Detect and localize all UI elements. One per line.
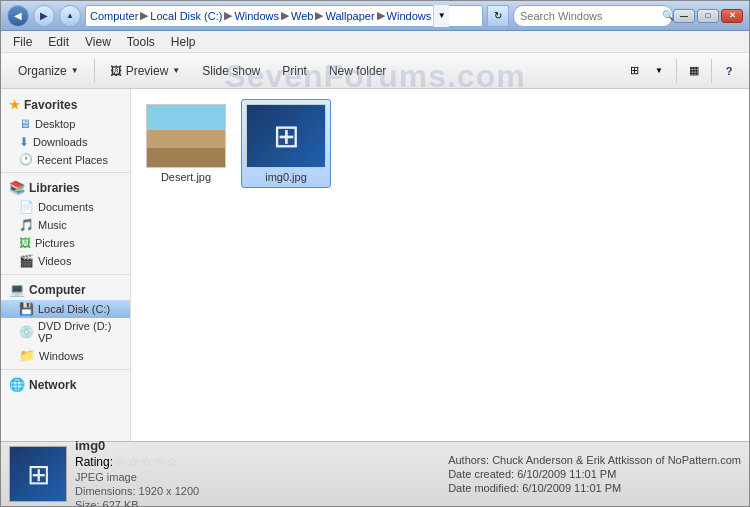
view-change-button[interactable]: ⊞	[622, 59, 646, 83]
menu-tools[interactable]: Tools	[119, 33, 163, 51]
print-button[interactable]: Print	[273, 57, 316, 85]
sidebar-item-videos-label: Videos	[38, 255, 71, 267]
toolbar-separator-1	[94, 59, 95, 83]
authors-line: Authors: Chuck Anderson & Erik Attkisson…	[448, 454, 741, 466]
sidebar-item-dvd-label: DVD Drive (D:) VP	[38, 320, 122, 344]
network-header[interactable]: 🌐 Network	[1, 374, 130, 395]
computer-header[interactable]: 💻 Computer	[1, 279, 130, 300]
file-area[interactable]: Desert.jpg ⊞ img0.jpg	[131, 89, 749, 441]
file-item-desert[interactable]: Desert.jpg	[141, 99, 231, 188]
desert-thumbnail	[147, 105, 225, 167]
sidebar-item-dvd[interactable]: 💿 DVD Drive (D:) VP	[1, 318, 130, 346]
sidebar-item-downloads[interactable]: ⬇ Downloads	[1, 133, 130, 151]
star-2[interactable]: ☆	[128, 455, 139, 469]
crumb-windows1[interactable]: Windows	[234, 10, 279, 22]
address-bar[interactable]: Computer ▶ Local Disk (C:) ▶ Windows ▶ W…	[85, 5, 483, 27]
titlebar-controls: — □ ✕	[673, 9, 743, 23]
status-filename: img0	[75, 438, 440, 453]
star-4[interactable]: ☆	[154, 455, 165, 469]
statusbar: ⊞ img0 Rating: ☆ ☆ ☆ ☆ ☆ JPEG image Dime…	[1, 441, 749, 506]
sidebar-item-windows-label: Windows	[39, 350, 84, 362]
forward-button[interactable]: ▶	[33, 5, 55, 27]
libraries-header[interactable]: 📚 Libraries	[1, 177, 130, 198]
star-5[interactable]: ☆	[167, 455, 178, 469]
back-button[interactable]: ◀	[7, 5, 29, 27]
sidebar-item-downloads-label: Downloads	[33, 136, 87, 148]
minimize-button[interactable]: —	[673, 9, 695, 23]
sidebar-divider-2	[1, 274, 130, 275]
sidebar-item-music-label: Music	[38, 219, 67, 231]
slideshow-button[interactable]: Slide show	[193, 57, 269, 85]
documents-icon: 📄	[19, 200, 34, 214]
sidebar-item-pictures[interactable]: 🖼 Pictures	[1, 234, 130, 252]
crumb-windows2[interactable]: Windows	[387, 10, 432, 22]
libraries-section: 📚 Libraries 📄 Documents 🎵 Music 🖼 Pictur…	[1, 177, 130, 270]
view-dropdown-button[interactable]: ▼	[647, 59, 671, 83]
search-input[interactable]	[520, 10, 658, 22]
sidebar-item-desktop[interactable]: 🖥 Desktop	[1, 115, 130, 133]
toolbar-separator-3	[711, 59, 712, 83]
status-filetype: JPEG image	[75, 471, 440, 483]
status-thumb-icon: ⊞	[27, 458, 50, 491]
close-button[interactable]: ✕	[721, 9, 743, 23]
windows-thumbnail: ⊞	[247, 105, 325, 167]
libraries-icon: 📚	[9, 180, 25, 195]
address-dropdown[interactable]: ▼	[433, 5, 449, 27]
help-button[interactable]: ?	[717, 59, 741, 83]
sidebar-item-recent-label: Recent Places	[37, 154, 108, 166]
menu-edit[interactable]: Edit	[40, 33, 77, 51]
date-modified-label: Date modified:	[448, 482, 519, 494]
titlebar: ◀ ▶ ▲ Computer ▶ Local Disk (C:) ▶ Windo…	[1, 1, 749, 31]
sidebar-divider-3	[1, 369, 130, 370]
status-rating: Rating: ☆ ☆ ☆ ☆ ☆	[75, 455, 440, 469]
crumb-web[interactable]: Web	[291, 10, 313, 22]
menu-help[interactable]: Help	[163, 33, 204, 51]
refresh-button[interactable]: ↻	[487, 5, 509, 27]
star-3[interactable]: ☆	[141, 455, 152, 469]
libraries-label: Libraries	[29, 181, 80, 195]
date-created-label: Date created:	[448, 468, 514, 480]
network-icon: 🌐	[9, 377, 25, 392]
sidebar-item-recent[interactable]: 🕐 Recent Places	[1, 151, 130, 168]
panes-button[interactable]: ▦	[682, 59, 706, 83]
preview-button[interactable]: 🖼 Preview ▼	[101, 57, 190, 85]
status-size: Size: 627 KB	[75, 499, 440, 508]
crumb-localdisk[interactable]: Local Disk (C:)	[150, 10, 222, 22]
sidebar-item-localdisk[interactable]: 💾 Local Disk (C:)	[1, 300, 130, 318]
menu-view[interactable]: View	[77, 33, 119, 51]
favorites-label: Favorites	[24, 98, 77, 112]
recent-icon: 🕐	[19, 153, 33, 166]
music-icon: 🎵	[19, 218, 34, 232]
toolbar-separator-2	[676, 59, 677, 83]
sidebar-item-windows-folder[interactable]: 📁 Windows	[1, 346, 130, 365]
star-1[interactable]: ☆	[115, 455, 126, 469]
dvd-icon: 💿	[19, 325, 34, 339]
localdisk-icon: 💾	[19, 302, 34, 316]
computer-icon: 💻	[9, 282, 25, 297]
file-name-desert: Desert.jpg	[161, 171, 211, 183]
crumb-computer[interactable]: Computer	[90, 10, 138, 22]
organize-button[interactable]: Organize ▼	[9, 57, 88, 85]
preview-label: Preview	[126, 64, 169, 78]
favorites-header[interactable]: ★ Favorites	[1, 95, 130, 115]
new-folder-button[interactable]: New folder	[320, 57, 395, 85]
sidebar-item-pictures-label: Pictures	[35, 237, 75, 249]
sidebar-item-documents[interactable]: 📄 Documents	[1, 198, 130, 216]
menu-file[interactable]: File	[5, 33, 40, 51]
downloads-icon: ⬇	[19, 135, 29, 149]
organize-label: Organize	[18, 64, 67, 78]
sidebar-item-music[interactable]: 🎵 Music	[1, 216, 130, 234]
file-item-img0[interactable]: ⊞ img0.jpg	[241, 99, 331, 188]
slideshow-label: Slide show	[202, 64, 260, 78]
sidebar: ★ Favorites 🖥 Desktop ⬇ Downloads 🕐 Rece…	[1, 89, 131, 441]
organize-chevron: ▼	[71, 66, 79, 75]
sidebar-item-videos[interactable]: 🎬 Videos	[1, 252, 130, 270]
preview-icon: 🖼	[110, 64, 122, 78]
up-button[interactable]: ▲	[59, 5, 81, 27]
desktop-icon: 🖥	[19, 117, 31, 131]
preview-chevron: ▼	[172, 66, 180, 75]
maximize-button[interactable]: □	[697, 9, 719, 23]
search-bar[interactable]: 🔍	[513, 5, 673, 27]
computer-label: Computer	[29, 283, 86, 297]
crumb-wallpaper[interactable]: Wallpaper	[325, 10, 374, 22]
